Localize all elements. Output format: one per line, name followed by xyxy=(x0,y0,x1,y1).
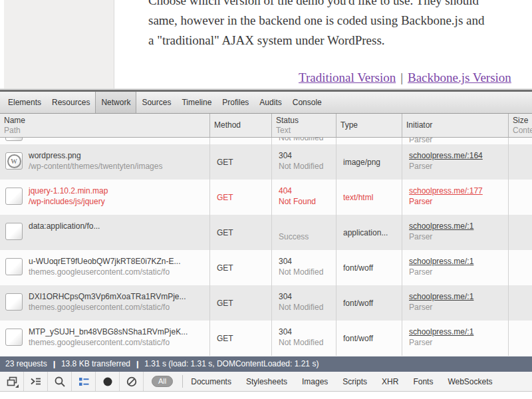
filter-fonts[interactable]: Fonts xyxy=(413,377,433,386)
network-request-row[interactable]: jquery-1.10.2.min.map/wp-includes/js/jqu… xyxy=(0,180,532,215)
request-path: themes.googleusercontent.com/static/fo xyxy=(29,302,186,313)
request-name-cell: u-WUoqrET9fUeobQW7jkRT8E0i7KZn-E...theme… xyxy=(0,250,210,285)
request-initiator-cell: schoolpress.me/:1Parser xyxy=(402,321,509,356)
filter-separator xyxy=(182,375,183,388)
page-content: Choose which version of the demo you'd l… xyxy=(115,0,532,88)
column-subtitle: Path xyxy=(4,126,209,136)
request-method-cell: GET xyxy=(210,180,272,215)
column-header-name[interactable]: NamePath xyxy=(0,114,210,137)
initiator-link[interactable]: schoolpress.me/:1 xyxy=(409,327,473,337)
small-rows-toggle-button[interactable] xyxy=(72,372,96,391)
request-size-cell xyxy=(509,285,532,321)
column-subtitle: Content xyxy=(513,126,532,136)
dock-side-button[interactable] xyxy=(0,372,24,391)
tab-resources[interactable]: Resources xyxy=(47,92,95,113)
column-subtitle: Text xyxy=(276,126,336,136)
request-name-cell: wordpress.png/wp-content/themes/twentyte… xyxy=(0,144,210,180)
request-name-text: DXI1ORHCpsQm3Vp6mXoaTRa1RVmPje...themes.… xyxy=(29,291,186,321)
filter-websockets[interactable]: WebSockets xyxy=(448,377,492,386)
network-request-row[interactable]: MTP_ySUJH_bn48VBG8sNSha1RVmPjeK...themes… xyxy=(0,321,532,356)
page-sidebar xyxy=(4,0,114,88)
request-name-cell: data:application/fo... xyxy=(0,215,210,250)
filter-stylesheets[interactable]: Stylesheets xyxy=(246,377,287,386)
generic-file-icon xyxy=(5,293,23,311)
record-icon xyxy=(102,376,114,388)
request-name-cell: DXI1ORHCpsQm3Vp6mXoaTRa1RVmPje...themes.… xyxy=(0,285,210,321)
status-text: Not Modified xyxy=(279,138,336,143)
clear-icon xyxy=(126,376,138,388)
request-name-text: /wp-content/themes/twentyten/images/h xyxy=(29,138,169,144)
record-button[interactable] xyxy=(96,372,120,391)
tab-timeline[interactable]: Timeline xyxy=(176,92,217,113)
request-initiator-cell: schoolpress.me/:1Parser xyxy=(402,285,509,321)
wordpress-logo-icon xyxy=(5,152,23,170)
filter-documents[interactable]: Documents xyxy=(191,377,231,386)
statusbar-segment: 13.8 KB transferred xyxy=(61,359,130,368)
request-name: wordpress.png xyxy=(29,150,162,161)
request-name-cell: MTP_ySUJH_bn48VBG8sNSha1RVmPjeK...themes… xyxy=(0,321,210,356)
request-type-cell: text/html xyxy=(336,180,402,215)
request-path: themes.googleusercontent.com/static/fo xyxy=(29,337,188,348)
request-size-cell xyxy=(509,144,532,180)
column-header-method[interactable]: Method xyxy=(210,114,272,137)
initiator-link[interactable]: schoolpress.me/:164 xyxy=(409,150,483,161)
request-name-cell: /wp-content/themes/twentyten/images/h xyxy=(0,138,210,144)
initiator-link[interactable]: schoolpress.me/:1 xyxy=(409,221,473,231)
request-name-cell: jquery-1.10.2.min.map/wp-includes/js/jqu… xyxy=(0,180,210,215)
column-header-size[interactable]: SizeContent xyxy=(509,114,532,137)
initiator-origin: Parser xyxy=(409,196,508,207)
tab-console[interactable]: Console xyxy=(287,92,327,113)
column-header-initiator[interactable]: Initiator xyxy=(402,114,509,137)
initiator-origin: Parser xyxy=(409,231,508,242)
status-text: Not Modified xyxy=(279,161,336,172)
devtools-screen: Choose which version of the demo you'd l… xyxy=(0,0,532,399)
initiator-link[interactable]: schoolpress.me/:1 xyxy=(409,256,473,267)
request-name-text: jquery-1.10.2.min.map/wp-includes/js/jqu… xyxy=(29,186,108,215)
tab-network[interactable]: Network xyxy=(95,92,136,113)
filter-images[interactable]: Images xyxy=(302,377,328,386)
filter-xhr[interactable]: XHR xyxy=(382,377,398,386)
tab-audits[interactable]: Audits xyxy=(254,92,287,113)
small-resource-rows-icon xyxy=(78,376,90,388)
request-name: data:application/fo... xyxy=(29,221,100,231)
clipped-row-container: /wp-content/themes/twentyten/images/hGET… xyxy=(0,138,532,144)
generic-file-icon xyxy=(5,188,23,205)
request-status-cell: 304Not Modified xyxy=(272,250,336,285)
backbone-version-link[interactable]: Backbone.js Version xyxy=(408,70,511,84)
initiator-origin: Parser xyxy=(409,267,508,277)
network-request-row[interactable]: data:application/fo...GETSuccessapplicat… xyxy=(0,215,532,250)
request-status-cell: Success xyxy=(272,215,336,250)
request-name-text: data:application/fo... xyxy=(29,221,100,250)
browser-page: Choose which version of the demo you'd l… xyxy=(0,0,532,88)
network-request-row[interactable]: wordpress.png/wp-content/themes/twentyte… xyxy=(0,144,532,180)
search-icon xyxy=(54,376,66,388)
search-button[interactable] xyxy=(48,372,72,391)
traditional-version-link[interactable]: Traditional Version xyxy=(299,70,396,84)
request-size-cell xyxy=(509,180,532,215)
status-text: Success xyxy=(279,231,336,242)
request-size-cell xyxy=(509,321,532,356)
initiator-origin: Parser xyxy=(409,337,508,348)
initiator-link[interactable]: schoolpress.me/:1 xyxy=(409,291,473,302)
network-request-row[interactable]: /wp-content/themes/twentyten/images/hGET… xyxy=(0,138,532,144)
initiator-link[interactable]: schoolpress.me/:177 xyxy=(409,186,483,196)
tab-sources[interactable]: Sources xyxy=(136,92,176,113)
network-rows: /wp-content/themes/twentyten/images/hGET… xyxy=(0,138,532,356)
request-name-text: u-WUoqrET9fUeobQW7jkRT8E0i7KZn-E...theme… xyxy=(29,256,181,285)
network-request-row[interactable]: DXI1ORHCpsQm3Vp6mXoaTRa1RVmPje...themes.… xyxy=(0,285,532,321)
column-header-type[interactable]: Type xyxy=(336,114,402,137)
tab-elements[interactable]: Elements xyxy=(3,92,47,113)
status-code: 304 xyxy=(279,291,336,302)
console-drawer-button[interactable] xyxy=(24,372,48,391)
request-status-cell: Not Modified xyxy=(272,138,336,144)
network-request-row[interactable]: u-WUoqrET9fUeobQW7jkRT8E0i7KZn-E...theme… xyxy=(0,250,532,285)
request-path: /wp-content/themes/twentyten/images xyxy=(29,161,162,172)
filter-all-button[interactable]: All xyxy=(152,376,173,387)
column-header-status[interactable]: StatusText xyxy=(272,114,336,137)
tab-profiles[interactable]: Profiles xyxy=(217,92,254,113)
request-initiator-cell: schoolpress.me/:1Parser xyxy=(402,250,509,285)
column-title: Status xyxy=(276,116,336,126)
statusbar-separator: ❙ xyxy=(134,360,140,368)
clear-button[interactable] xyxy=(120,372,144,391)
filter-scripts[interactable]: Scripts xyxy=(342,377,367,386)
